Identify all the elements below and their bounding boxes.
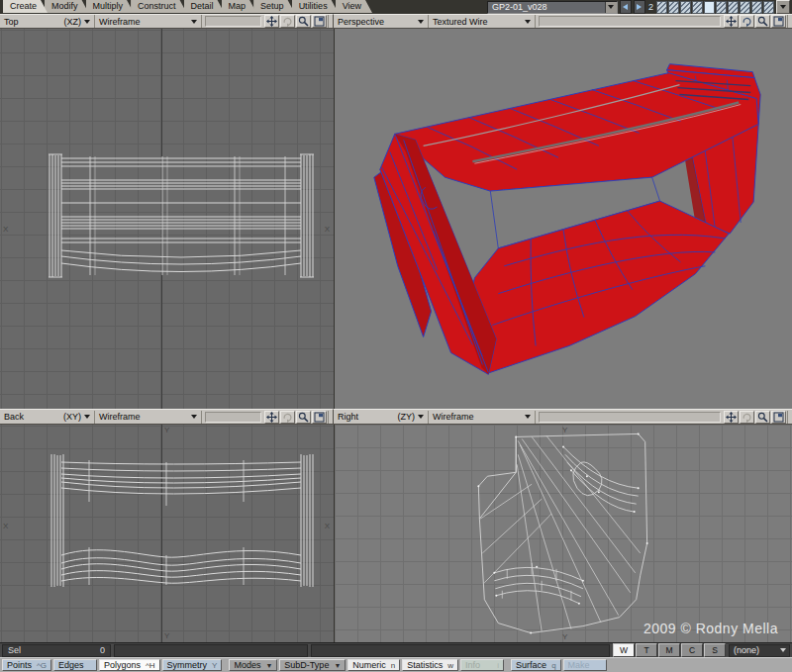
mode-button-w[interactable]: W [613,643,635,657]
right-view-type-dropdown[interactable]: Right (ZY) [334,411,429,424]
pan-view-button[interactable] [724,15,739,28]
menu-tab-detail[interactable]: Detail [184,0,225,13]
status-bar: Sel 0 WTMCS (none) [0,642,792,657]
button-shortcut: ^G [37,661,47,670]
chevron-down-icon [525,415,531,419]
back-render-mode-dropdown[interactable]: Wireframe [95,411,202,424]
view-axis-label: (XY) [63,412,84,422]
object-selector[interactable]: GP2-01_v028 [487,1,618,14]
subd-type-button[interactable]: SubD-Type▼ [279,659,346,671]
layer-box-8[interactable] [740,1,750,14]
button-shortcut: ^H [146,661,155,670]
object-name: GP2-01_v028 [492,2,547,12]
surface-button[interactable]: Surfaceq [511,659,560,671]
view-type-label: Top [4,17,19,27]
object-selector-dropdown-icon[interactable] [605,2,617,13]
rotate-view-button[interactable] [280,411,295,424]
layer-options-button[interactable] [776,0,790,14]
menu-tab-view[interactable]: View [336,0,372,13]
perspective-render-mode-dropdown[interactable]: Textured Wire [429,15,536,28]
menu-tab-modify[interactable]: Modify [45,0,89,13]
button-label: Modes [234,660,260,670]
edges-button[interactable]: Edges [53,659,97,671]
top-viewport[interactable]: X X [0,29,334,409]
maximize-view-button[interactable] [312,411,327,424]
polygons-button[interactable]: Polygons^H [99,659,160,671]
numeric-button[interactable]: Numericn [347,659,400,671]
zoom-view-button[interactable] [296,411,311,424]
chevron-down-icon [780,5,786,9]
zoom-view-button[interactable] [755,411,770,424]
top-render-mode-dropdown[interactable]: Wireframe [95,15,202,28]
top-viewport-header: Top (XZ) Wireframe [0,14,334,29]
points-button[interactable]: Points^G [2,659,51,671]
button-label: Make [568,660,590,670]
right-viewport-header: Right (ZY) Wireframe [334,409,792,425]
right-arrow-icon [637,4,642,10]
rotate-view-button[interactable] [280,15,295,28]
perspective-view-type-dropdown[interactable]: Perspective [334,15,429,28]
prev-layer-bank-button[interactable] [620,0,632,14]
back-viewport[interactable]: X X Y Y [0,425,334,642]
menu-tab-construct[interactable]: Construct [131,0,187,13]
perspective-viewport[interactable] [335,29,792,409]
maximize-icon [314,412,325,423]
layer-box-3[interactable] [680,1,691,14]
modes-button[interactable]: Modes▼ [229,659,277,671]
layer-box-9[interactable] [751,1,762,14]
right-viewport[interactable]: Y Y 2009 © [335,425,792,642]
mode-button-c[interactable]: C [681,643,703,657]
zoom-view-button[interactable] [755,15,770,28]
info-field-1 [114,644,308,657]
layer-box-2[interactable] [668,1,679,14]
button-label: Points [7,660,32,670]
rotate-icon [282,16,293,27]
viewport-header-row-2: Back (XY) Wireframe [0,409,792,425]
button-label: Statistics [407,660,443,670]
mode-button-t[interactable]: T [636,643,657,657]
maximize-view-button[interactable] [771,15,786,28]
mode-button-s[interactable]: S [704,643,726,657]
right-render-mode-dropdown[interactable]: Wireframe [429,411,536,424]
menu-tab-create[interactable]: Create [3,0,48,13]
menu-tab-utilities[interactable]: Utilities [292,0,339,13]
magnifier-icon [298,412,309,423]
back-view-type-dropdown[interactable]: Back (XY) [0,411,95,424]
action-mode-buttons: WTMCS [613,643,726,657]
pan-view-button[interactable] [264,15,279,28]
view-axis-label: (XZ) [64,17,85,27]
magnifier-icon [757,16,768,27]
top-view-type-dropdown[interactable]: Top (XZ) [0,15,95,28]
watermark: 2009 © Rodny Mella [644,621,778,636]
layer-box-6[interactable] [716,1,727,14]
button-label: Numeric [352,660,386,670]
button-label: Edges [58,660,84,670]
sel-value: 0 [100,645,105,655]
rotate-view-button[interactable] [740,15,754,28]
menu-tab-setup[interactable]: Setup [253,0,295,13]
menu-tab-multiply[interactable]: Multiply [86,0,135,13]
statistics-button[interactable]: Statisticsw [402,659,458,671]
layer-box-4[interactable] [692,1,703,14]
perspective-model [335,29,792,409]
maximize-view-button[interactable] [312,15,327,28]
layer-box-1[interactable] [656,1,667,14]
surface-selector[interactable]: (none) [729,644,790,657]
pan-view-button[interactable] [264,411,279,424]
symmetry-button[interactable]: SymmetryY [162,659,223,671]
zoom-view-button[interactable] [296,15,311,28]
next-layer-bank-button[interactable] [634,0,645,14]
header-filler [205,412,261,423]
chevron-down-icon [525,20,531,24]
header-filler [205,16,261,27]
rotate-view-button[interactable] [740,411,754,424]
layer-box-10[interactable] [763,1,774,14]
menu-tab-map[interactable]: Map [222,0,257,13]
layer-box-7[interactable] [728,1,739,14]
pan-view-button[interactable] [724,411,739,424]
view-axis-label: (ZY) [398,412,419,422]
layer-box-5[interactable] [704,1,715,14]
magnifier-icon [757,412,768,423]
maximize-view-button[interactable] [771,411,786,424]
mode-button-m[interactable]: M [658,643,680,657]
